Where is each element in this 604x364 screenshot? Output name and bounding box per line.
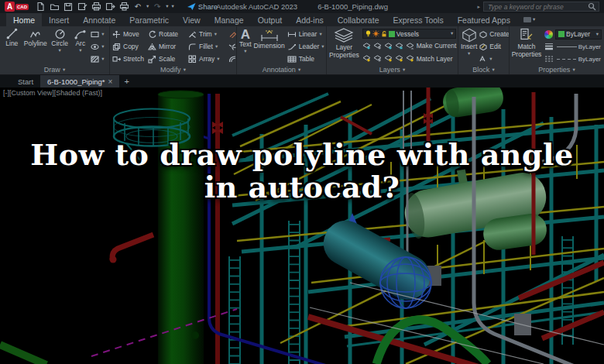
panel-label-block[interactable]: Block▾ xyxy=(458,65,509,74)
ellipse-caret[interactable]: ▾ xyxy=(101,44,104,50)
ribbon-tab-manage[interactable]: Manage xyxy=(208,13,251,26)
file-tab-current[interactable]: 6-B-1000_Piping* × xyxy=(40,75,119,88)
insert-caret[interactable]: ▾ xyxy=(468,51,470,57)
ribbon-display-toggle[interactable]: ▾ xyxy=(517,13,541,26)
lineweight-dropdown[interactable]: ByLayer xyxy=(556,42,602,52)
stretch-tool[interactable]: Stretch xyxy=(112,55,148,64)
array-tool[interactable]: Array▾ xyxy=(188,55,228,64)
panel-label-draw[interactable]: Draw▾ xyxy=(0,65,109,74)
circle-caret[interactable]: ▾ xyxy=(58,48,60,53)
object-color-dropdown[interactable]: ByLayer ▾ xyxy=(555,29,602,39)
layer-tool-icon[interactable] xyxy=(373,55,382,62)
app-menu-button[interactable]: A CAD xyxy=(5,2,29,12)
print-button[interactable] xyxy=(118,2,129,12)
fillet-caret[interactable]: ▾ xyxy=(215,44,218,50)
layer-tool-icon[interactable] xyxy=(395,55,403,62)
circle-tool[interactable]: Circle ▾ xyxy=(50,28,70,65)
hatch-caret[interactable]: ▾ xyxy=(101,57,104,62)
hatch-tool[interactable]: ▾ xyxy=(91,56,107,63)
text-caret[interactable]: ▾ xyxy=(244,49,246,54)
search-expand-icon[interactable]: ▸ xyxy=(477,4,480,10)
ellipse-tool[interactable]: ▾ xyxy=(91,43,107,50)
save-as-button[interactable] xyxy=(77,2,88,12)
layer-tool-icon[interactable] xyxy=(384,55,393,62)
panel-label-layers[interactable]: Layers▾ xyxy=(327,65,458,74)
new-tab-button[interactable]: + xyxy=(119,75,133,88)
layer-on-bulb-icon[interactable] xyxy=(365,30,371,37)
open-button[interactable] xyxy=(49,2,60,12)
trim-caret[interactable]: ▾ xyxy=(214,32,217,37)
line-tool[interactable]: Line xyxy=(2,28,22,65)
panel-label-modify[interactable]: Modify▾ xyxy=(110,65,236,74)
match-properties-tool[interactable]: Match Properties xyxy=(512,28,541,65)
layer-tool-icon[interactable] xyxy=(384,43,393,50)
ribbon-tab-annotate[interactable]: Annotate xyxy=(76,13,122,26)
mirror-tool[interactable]: Mirror xyxy=(148,43,188,51)
search-input[interactable] xyxy=(486,2,588,12)
rectangle-caret[interactable]: ▾ xyxy=(101,32,104,37)
ribbon-tab-insert[interactable]: Insert xyxy=(42,13,76,26)
match-layer-icon[interactable] xyxy=(406,55,414,62)
layer-tool-icon[interactable] xyxy=(362,43,371,50)
qat-customize-caret[interactable]: ▾ xyxy=(172,4,174,9)
ribbon-tab-addins[interactable]: Add-ins xyxy=(289,13,331,26)
panel-label-properties[interactable]: Properties▾ xyxy=(510,65,604,74)
drawing-viewport[interactable]: [-][Custom View][Shaded (Fast)] How to d… xyxy=(0,88,604,364)
ribbon-tab-collaborate[interactable]: Collaborate xyxy=(331,13,386,26)
plot-button[interactable] xyxy=(91,2,101,12)
array-caret[interactable]: ▾ xyxy=(217,57,219,62)
attributes-caret[interactable]: ▾ xyxy=(489,57,492,62)
linear-tool[interactable]: Linear▾ xyxy=(287,30,324,38)
linetype-dropdown[interactable]: ByLayer xyxy=(556,54,602,64)
move-tool[interactable]: Move xyxy=(112,30,148,39)
close-tab-icon[interactable]: × xyxy=(108,77,113,86)
share-button[interactable]: Share xyxy=(182,2,222,12)
viewport-canvas[interactable] xyxy=(0,88,604,364)
viewport-controls[interactable]: [-][Custom View][Shaded (Fast)] xyxy=(3,89,102,97)
make-current-tool[interactable]: Make Current xyxy=(417,42,457,50)
ribbon-tab-view[interactable]: View xyxy=(176,13,208,26)
redo-dropdown-caret[interactable]: ▾ xyxy=(166,4,168,9)
create-block-tool[interactable]: Create xyxy=(479,30,510,38)
copy-tool[interactable]: Copy xyxy=(112,43,148,51)
polyline-tool[interactable]: Polyline xyxy=(23,28,48,65)
offset-tool[interactable] xyxy=(228,55,237,63)
trim-tool[interactable]: Trim▾ xyxy=(188,30,228,39)
linear-caret[interactable]: ▾ xyxy=(319,32,321,37)
layer-properties-tool[interactable]: Layer Properties xyxy=(329,28,359,65)
layer-dropdown[interactable]: Vessels ▾ xyxy=(362,29,457,39)
explode-tool[interactable] xyxy=(228,43,237,50)
erase-tool[interactable] xyxy=(228,30,237,38)
new-button[interactable] xyxy=(35,2,46,12)
dimension-tool[interactable]: Dimension xyxy=(254,28,285,65)
redo-button[interactable]: ↷ xyxy=(152,2,163,12)
block-attributes-tool[interactable]: ▾ xyxy=(479,56,510,63)
ribbon-tab-parametric[interactable]: Parametric xyxy=(122,13,176,26)
search-box[interactable] xyxy=(483,2,599,12)
edit-block-tool[interactable]: Edit xyxy=(479,43,510,50)
ribbon-tab-featured-apps[interactable]: Featured Apps xyxy=(451,13,517,26)
undo-button[interactable]: ↶ xyxy=(132,2,143,12)
fillet-tool[interactable]: Fillet▾ xyxy=(188,43,228,51)
leader-tool[interactable]: Leader▾ xyxy=(287,43,324,50)
match-layer-tool[interactable]: Match Layer xyxy=(417,55,453,63)
layer-tool-icon[interactable] xyxy=(373,43,382,50)
scale-tool[interactable]: Scale xyxy=(148,55,188,64)
export-button[interactable] xyxy=(105,2,115,12)
panel-label-annotation[interactable]: Annotation▾ xyxy=(237,65,326,74)
ribbon-tab-output[interactable]: Output xyxy=(251,13,290,26)
layer-dropdown-caret[interactable]: ▾ xyxy=(451,31,453,36)
layer-lock-tool-icon[interactable] xyxy=(395,43,403,50)
leader-caret[interactable]: ▾ xyxy=(321,44,324,50)
save-button[interactable] xyxy=(63,2,74,12)
make-current-icon[interactable] xyxy=(406,43,414,50)
search-icon[interactable] xyxy=(588,2,596,11)
color-dropdown-caret[interactable]: ▾ xyxy=(596,32,599,37)
insert-block-tool[interactable]: Insert ▾ xyxy=(461,28,477,65)
undo-dropdown-caret[interactable]: ▾ xyxy=(146,4,149,9)
layer-tool-icon[interactable] xyxy=(362,55,371,62)
text-tool[interactable]: A Text ▾ xyxy=(239,28,252,65)
arc-caret[interactable]: ▾ xyxy=(79,48,81,53)
layer-freeze-sun-icon[interactable] xyxy=(372,30,379,37)
ribbon-tab-home[interactable]: Home xyxy=(6,13,42,26)
